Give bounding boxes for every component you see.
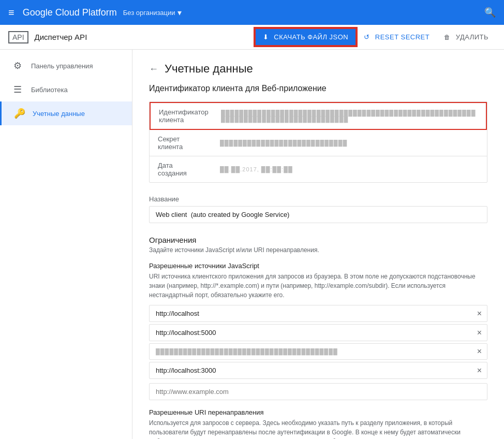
restrictions-section: Ограничения Задайте источники JavaScript… [149, 236, 487, 439]
js-origins-new-input[interactable] [149, 383, 487, 400]
client-id-label: Идентификатор клиента [151, 103, 213, 129]
credentials-icon: 🔑 [14, 108, 24, 119]
reset-label: RESET SECRET [375, 33, 429, 41]
list-item: http://localhost × [149, 305, 487, 322]
dispatcher-label: Диспетчер API [35, 33, 87, 41]
sidebar-item-label: Панель управления [31, 62, 93, 70]
client-id-value: ████████████████████████████████████████… [213, 105, 486, 127]
menu-icon[interactable]: ≡ [8, 7, 14, 19]
org-name: Без организации [123, 9, 175, 17]
creation-date-value: ██.██.2017, ██:██:██ [212, 161, 487, 178]
remove-uri-button[interactable]: × [472, 306, 487, 321]
secondary-nav: API Диспетчер API СКАЧАТЬ ФАЙЛ JSON RESE… [0, 25, 504, 50]
name-section: Название [149, 195, 487, 223]
sidebar-item-credentials[interactable]: 🔑 Учетные данные [0, 101, 132, 125]
reset-icon [364, 33, 372, 41]
uri-value: http://localhost [150, 305, 472, 321]
main-content: ← Учетные данные Идентификатор клиента д… [132, 50, 504, 439]
list-item: http://localhost:5000 × [149, 324, 487, 341]
uri-value: ████████████████████████████████████████ [150, 344, 472, 359]
page-title: Учетные данные [165, 62, 253, 76]
dashboard-icon: ⚙ [12, 60, 23, 71]
redirect-uri-group: Разрешенные URI перенаправления Использу… [149, 408, 487, 439]
name-input[interactable] [149, 206, 487, 223]
creation-date-label: Дата создания [150, 156, 212, 182]
js-origins-desc: URI источника клиентского приложения для… [149, 272, 487, 300]
creation-date-row: Дата создания ██.██.2017, ██:██:██ [150, 156, 487, 182]
sidebar: ⚙ Панель управления ☰ Библиотека 🔑 Учетн… [0, 50, 132, 439]
remove-uri-button[interactable]: × [472, 363, 487, 378]
delete-icon [444, 33, 453, 41]
search-icon[interactable]: 🔍 [484, 7, 496, 18]
uri-value: http://localhost:3000 [150, 362, 472, 378]
sidebar-item-dashboard[interactable]: ⚙ Панель управления [0, 54, 132, 78]
remove-uri-button[interactable]: × [472, 325, 487, 341]
page-header: ← Учетные данные [149, 62, 487, 76]
restrictions-subtitle: Задайте источники JavaScript и/или URI п… [149, 246, 487, 254]
delete-label: УДАЛИТЬ [456, 33, 488, 41]
list-item: http://localhost:3000 × [149, 362, 487, 379]
redirect-uri-title: Разрешенные URI перенаправления [149, 408, 487, 416]
redirect-uri-desc: Используется для запросов с сервера. Зде… [149, 418, 487, 439]
client-secret-label: Секрет клиента [150, 130, 212, 156]
back-button[interactable]: ← [149, 64, 158, 75]
api-badge: API [8, 31, 28, 43]
client-id-row: Идентификатор клиента ██████████████████… [150, 102, 487, 130]
download-label: СКАЧАТЬ ФАЙЛ JSON [274, 33, 348, 41]
delete-button[interactable]: УДАЛИТЬ [437, 29, 496, 45]
page-layout: ⚙ Панель управления ☰ Библиотека 🔑 Учетн… [0, 50, 504, 439]
client-secret-row: Секрет клиента █████████████████████████… [150, 130, 487, 156]
sidebar-item-label: Библиотека [31, 86, 68, 94]
client-secret-value: ████████████████████████████ [212, 135, 487, 151]
org-dropdown-icon[interactable]: ▾ [177, 8, 182, 18]
remove-uri-button[interactable]: × [472, 344, 487, 359]
library-icon: ☰ [12, 84, 23, 95]
js-origins-list: http://localhost × http://localhost:5000… [149, 305, 487, 379]
brand-name: Google Cloud Platform [23, 7, 117, 18]
download-icon [263, 33, 271, 41]
restrictions-title: Ограничения [149, 236, 487, 244]
js-origins-title: Разрешенные источники JavaScript [149, 262, 487, 270]
js-origins-group: Разрешенные источники JavaScript URI ист… [149, 262, 487, 400]
name-label: Название [149, 195, 487, 203]
reset-secret-button[interactable]: RESET SECRET [357, 29, 437, 45]
list-item: ████████████████████████████████████████… [149, 343, 487, 360]
action-buttons: СКАЧАТЬ ФАЙЛ JSON RESET SECRET УДАЛИТЬ [255, 28, 496, 46]
sidebar-item-label: Учетные данные [33, 110, 85, 118]
download-json-button[interactable]: СКАЧАТЬ ФАЙЛ JSON [255, 28, 357, 46]
sidebar-item-library[interactable]: ☰ Библиотека [0, 78, 132, 101]
top-nav: ≡ Google Cloud Platform Без организации … [0, 0, 504, 25]
info-table: Идентификатор клиента ██████████████████… [149, 101, 487, 183]
page-subtitle: Идентификатор клиента для Веб-приложение [149, 84, 487, 93]
uri-value: http://localhost:5000 [150, 325, 472, 341]
